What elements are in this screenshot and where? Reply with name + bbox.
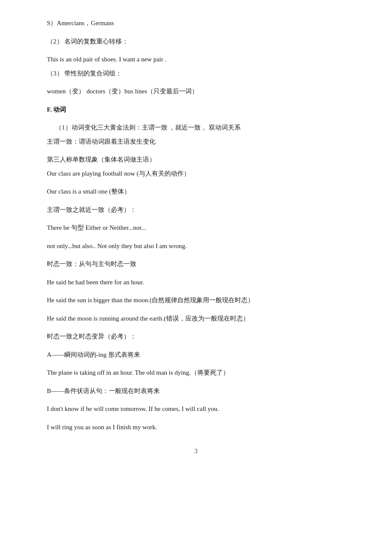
line-women-doctors: women（变） doctors（变）bus lines（只变最后一词） [47, 85, 345, 98]
line-dont-know: I don't know if he will come tomorrow. I… [47, 403, 345, 415]
line-subject-verb: 主谓一致：谓语动词跟着主语发生变化 [47, 136, 345, 148]
line-plane-taking-off: The plane is taking off in an hour. The … [47, 367, 345, 379]
line-verb-heading: F. 动词 [47, 104, 345, 116]
line-compound-gender: （3） 带性别的复合词组： [47, 67, 345, 80]
page-content: S）Amercians，Germans （2） 名词的复数重心转移： This … [47, 17, 345, 433]
page-number: 3 [47, 446, 345, 457]
line-moon-running: He said the moon is running around the e… [47, 312, 345, 325]
line-there-be: There be 句型 Either or Neither...nor... [47, 222, 345, 234]
line-not-only: not only...but also.. Not only they but … [47, 240, 345, 252]
line-tense-variation: 时态一致之时态变异（必考）： [47, 330, 345, 343]
line-class-small: Our class is a small one (整体） [47, 185, 345, 198]
line-class-football: Our class are playing football now (与人有关… [47, 168, 345, 180]
line-pair-shoes: This is an old pair of shoes. I want a n… [47, 53, 345, 66]
line-s-amercians: S）Amercians，Germans [47, 17, 345, 29]
line-three-rules: （1）动词变化三大黄金法则：主谓一致 ，就近一致， 双动词关系 [47, 121, 345, 134]
line-had-been: He said he had been there for an hour. [47, 276, 345, 289]
line-instantaneous-verb: A——瞬间动词的-ing 形式表将来 [47, 349, 345, 361]
line-sun-bigger: He said the sun is bigger than the moon.… [47, 294, 345, 306]
line-third-person: 第三人称单数现象（集体名词做主语） [47, 153, 345, 166]
line-noun-plural: （2） 名词的复数重心转移： [47, 35, 345, 48]
line-conditional-clause: B——条件状语从句：一般现在时表将来 [47, 385, 345, 397]
line-tense-consistency: 时态一致：从句与主句时态一致 [47, 258, 345, 270]
line-ring-soon: I will ring you as soon as I finish my w… [47, 421, 345, 434]
line-proximity-rule: 主谓一致之就近一致（必考）： [47, 204, 345, 216]
